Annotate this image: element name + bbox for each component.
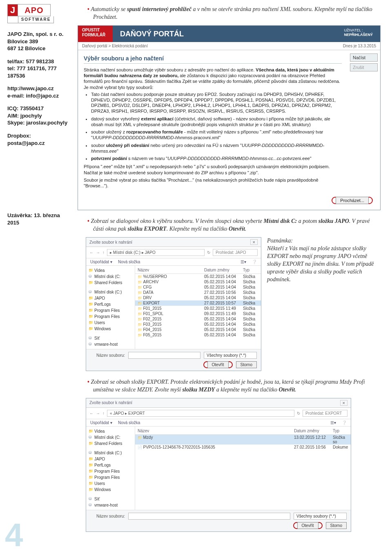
tree-item[interactable]: PerfLogs [87, 462, 134, 468]
tree-item[interactable]: Windows [87, 487, 134, 493]
filter-combo[interactable]: Všechny soubory (*.*) [204, 352, 257, 359]
filename-input[interactable] [128, 513, 290, 520]
help-icon[interactable]: ❔ [252, 260, 257, 264]
file-dialog-2: Zvolte soubor k nahrání × ← → ↑ « JAPO ▸… [86, 398, 351, 532]
tree-item[interactable]: JAPO [87, 456, 134, 462]
company-addr1: Bílovice 389 [7, 38, 69, 45]
nav-tree[interactable]: VideaMístní disk (C:Shared FoldersMístní… [86, 266, 135, 349]
tree-item[interactable]: Users [87, 320, 134, 326]
tree-item[interactable]: JAPO [87, 295, 134, 301]
tree-item[interactable]: Místní disk (C: [87, 273, 134, 280]
refresh-icon[interactable]: ↻ [297, 411, 300, 416]
tree-item[interactable]: Windows [87, 326, 134, 332]
portal-title: DAŇOVÝ PORTÁL [113, 26, 336, 42]
tree-item[interactable]: Videa [87, 428, 134, 434]
logo: J APO SOFTWARE [7, 4, 69, 23]
contact-web: http://www.japo.cz [7, 85, 69, 92]
open-highlight: Otevřít [203, 361, 233, 368]
breadcrumb[interactable]: Daňový portál > Elektronická podání [82, 44, 148, 48]
contact-telfax: tel/fax: 577 981238 [7, 58, 69, 65]
tree-item[interactable]: PerfLogs [87, 301, 134, 307]
tree-item[interactable]: Program Files [87, 474, 134, 480]
list-item[interactable]: F02_201505.02.2015 14:04Složka [135, 316, 261, 322]
list-item[interactable]: F01_SPOL09.02.2015 11:49Složka [135, 311, 261, 316]
filter-combo[interactable]: Všechny soubory (*.*) [294, 513, 347, 520]
back-icon[interactable]: ← [89, 411, 94, 416]
dialog-title: Zvolte soubor k nahrání [89, 240, 132, 245]
closing-date: Uzávěrka: 13. března 2015 [7, 212, 69, 226]
path-field[interactable]: « JAPO ▸ EXPORT [107, 410, 294, 417]
tree-item[interactable]: Users [87, 480, 134, 487]
list-item[interactable]: PVPOJ15-12345678-27022015-10563527.02.20… [135, 445, 351, 450]
open-highlight: Otevřít [293, 522, 323, 529]
tree-item[interactable]: Program Files [87, 468, 134, 474]
tree-item[interactable]: Místní disk (C:) [87, 450, 134, 456]
tree-item[interactable]: Místní disk (C:) [87, 289, 134, 295]
company-addr2: 687 12 Bílovice [7, 45, 69, 52]
view-icon[interactable]: ☰▾ [241, 260, 246, 264]
file-list[interactable]: Název Datum změny Typ %USERPRO05.02.2015… [135, 266, 261, 349]
file-dialog-1: Zvolte soubor k nahrání × ← → ↑ ▸ Místní… [86, 237, 261, 371]
list-item[interactable]: CFG05.02.2015 14:04Složka [135, 285, 261, 290]
help-icon[interactable]: ❔ [342, 420, 347, 425]
portal-paragraph-3: Soubor je možné vybrat po stisku tlačítk… [84, 177, 342, 189]
view-icon[interactable]: ☰▾ [330, 420, 336, 425]
up-icon[interactable]: ↑ [102, 250, 105, 255]
list-item[interactable]: F04_201505.02.2015 14:04Složka [135, 327, 261, 332]
organize-menu[interactable]: Uspořádat ▾ [90, 260, 112, 264]
tree-item[interactable]: Program Files [87, 313, 134, 320]
tree-item[interactable]: Místní disk (C: [87, 434, 134, 440]
user-status: UŽIVATEL : NEPŘIHLÁŠENÝ [336, 26, 380, 42]
open-button[interactable]: Otevřít [207, 361, 229, 368]
exit-form-button[interactable]: OPUSTIT FORMULÁŘ [78, 26, 113, 42]
refresh-icon[interactable]: ↻ [207, 250, 210, 255]
contact-email: e-mail: info@japo.cz [7, 92, 69, 100]
close-icon[interactable]: × [340, 400, 347, 406]
new-folder-button[interactable]: Nová složka [118, 420, 140, 425]
list-item[interactable]: DATA27.02.2015 10:56Složka [135, 290, 261, 295]
browse-button[interactable]: Procházet... [336, 197, 369, 204]
file-list[interactable]: Název Datum změny Typ Mzdy13.02.2015 12:… [135, 427, 351, 510]
portal-screenshot: OPUSTIT FORMULÁŘ DAŇOVÝ PORTÁL UŽIVATEL … [78, 25, 381, 211]
organize-menu[interactable]: Uspořádat ▾ [90, 420, 112, 425]
tree-item[interactable]: Program Files [87, 307, 134, 313]
date-today: Dnes je 13.3.2015 [343, 44, 376, 48]
tree-item[interactable]: Shared Folders [87, 280, 134, 286]
load-button[interactable]: Načíst [350, 53, 378, 62]
forward-icon[interactable]: → [96, 411, 100, 416]
contact-skype: Skype: jaroslav.pochyly [7, 119, 69, 127]
list-item[interactable]: %USERPRO05.02.2015 14:04Složka [135, 274, 261, 279]
filename-input[interactable] [128, 352, 200, 359]
search-field[interactable]: Prohledat: EXPORT [303, 410, 347, 417]
tree-item[interactable]: Shared Folders [87, 440, 134, 447]
new-folder-button[interactable]: Nová složka [118, 260, 140, 264]
cancel-dialog-button[interactable]: Storno [326, 522, 347, 529]
tree-item[interactable]: vmware-host [87, 502, 134, 508]
close-icon[interactable]: × [250, 239, 258, 245]
portal-list: Tato část načtení souboru podporuje pouz… [91, 92, 342, 162]
list-item[interactable]: F01_201509.02.2015 11:49Složka [135, 306, 261, 311]
list-item[interactable]: ARCHIV05.02.2015 14:04Složka [135, 279, 261, 285]
company-name: JAPO Zlín, spol. s r. o. [7, 31, 69, 38]
forward-icon[interactable]: → [96, 250, 100, 255]
cancel-button[interactable]: Zrušit [350, 63, 378, 71]
list-item[interactable]: Mzdy13.02.2015 12:12Složka so [135, 435, 351, 445]
instruction-3: Zobrazí se obsah složky EXPORT. Protože … [86, 378, 381, 394]
up-icon[interactable]: ↑ [102, 411, 105, 416]
list-item[interactable]: EXPORT27.02.2015 10:57Složka [135, 300, 261, 306]
list-item[interactable]: F03_201505.02.2015 14:04Složka [135, 322, 261, 327]
search-field[interactable]: Prohledat: JAPO [213, 249, 258, 256]
tree-item[interactable]: vmware-host [87, 341, 134, 347]
tree-item[interactable]: Síť [87, 496, 134, 502]
tree-item[interactable]: Síť [87, 335, 134, 341]
back-icon[interactable]: ← [89, 250, 94, 255]
tree-item[interactable]: Videa [87, 267, 134, 273]
open-button[interactable]: Otevřít [297, 522, 318, 529]
list-item[interactable]: DRV05.02.2015 14:04Složka [135, 295, 261, 300]
contact-tel: tel: 777 161716, 777 187536 [7, 65, 69, 79]
cancel-dialog-button[interactable]: Storno [236, 361, 257, 368]
instruction-2: Zobrazí se dialogové okno k výběru soubo… [86, 218, 381, 233]
list-item[interactable]: F05_201505.02.2015 14:04Složka [135, 332, 261, 338]
nav-tree[interactable]: VideaMístní disk (C:Shared FoldersMístní… [86, 427, 135, 510]
path-field[interactable]: ▸ Místní disk (C:) ▸ JAPO [107, 249, 205, 256]
